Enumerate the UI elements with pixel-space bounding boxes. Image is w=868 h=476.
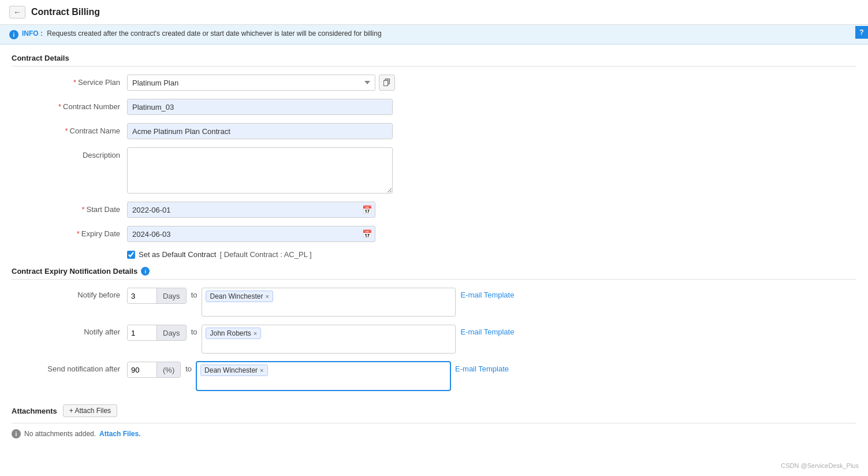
attachments-title: Attachments [12, 407, 57, 415]
notify-before-unit: Days [157, 288, 186, 303]
contract-name-row: *Contract Name [12, 123, 856, 139]
default-contract-value: [ Default Contract : AC_PL ] [219, 250, 311, 259]
required-star: * [58, 102, 61, 111]
contract-number-label: *Contract Number [12, 99, 127, 111]
expiry-date-wrap: 📅 [127, 226, 375, 242]
info-icon: i [9, 30, 18, 39]
description-row: Description [12, 147, 856, 194]
notify-before-tag-1-close[interactable]: × [266, 293, 269, 300]
notify-after-unit: Days [157, 325, 186, 340]
default-contract-label[interactable]: Set as Default Contract [139, 250, 216, 259]
expiry-notification-title: Contract Expiry Notification Details i [12, 267, 856, 280]
main-content: Contract Details *Service Plan Platinum … [0, 44, 868, 453]
notify-before-tag-1-name: Dean Winchester [210, 292, 263, 300]
help-button[interactable]: ? [855, 26, 868, 39]
notify-after-recipients[interactable]: John Roberts × [202, 325, 456, 354]
notify-after-label: Notify after [12, 325, 127, 336]
required-star: * [77, 229, 80, 238]
attachments-section: Attachments + Attach Files i No attachme… [12, 399, 856, 444]
notify-before-tag-1: Dean Winchester × [206, 291, 273, 302]
notify-after-tag-1-close[interactable]: × [254, 330, 257, 337]
service-plan-control: Platinum Plan Gold Plan Silver Plan 🗍 [127, 75, 856, 91]
send-notification-after-number-input[interactable] [128, 362, 157, 377]
service-plan-label: *Service Plan [12, 75, 127, 87]
service-plan-row: *Service Plan Platinum Plan Gold Plan Si… [12, 75, 856, 91]
default-contract-checkbox[interactable] [127, 251, 135, 259]
send-notification-after-row: Send notification after (%) to Dean Winc… [12, 362, 856, 391]
notify-after-controls: Days to John Roberts × E-mail Template [127, 325, 856, 354]
notify-after-row: Notify after Days to John Roberts × E-ma… [12, 325, 856, 354]
service-plan-select-wrap: Platinum Plan Gold Plan Silver Plan 🗍 [127, 75, 395, 91]
page-header: ← Contract Billing [0, 0, 868, 25]
info-label: INFO : [22, 29, 43, 38]
start-date-input[interactable] [127, 202, 375, 218]
service-plan-copy-icon[interactable]: 🗍 [379, 75, 395, 91]
description-control [127, 147, 856, 194]
start-date-wrap: 📅 [127, 202, 375, 218]
expiry-date-label: *Expiry Date [12, 226, 127, 238]
notify-after-tag-1-name: John Roberts [210, 329, 251, 337]
required-star: * [81, 205, 84, 214]
contract-number-input[interactable] [127, 99, 393, 115]
notify-before-controls: Days to Dean Winchester × E-mail Templat… [127, 288, 856, 317]
no-attachments-info-icon: i [12, 429, 21, 438]
start-date-control: 📅 [127, 202, 856, 218]
notify-before-label: Notify before [12, 288, 127, 299]
send-notification-after-tag-1-name: Dean Winchester [204, 366, 258, 374]
attach-files-link[interactable]: Attach Files. [99, 430, 140, 438]
send-notification-after-unit: (%) [157, 362, 180, 377]
info-bar: i INFO : Requests created after the cont… [0, 25, 868, 44]
expiry-notification-info-icon: i [141, 267, 150, 276]
contract-number-control [127, 99, 856, 115]
back-button[interactable]: ← [9, 6, 25, 18]
notify-before-recipients[interactable]: Dean Winchester × [202, 288, 456, 317]
notify-after-tag-1: John Roberts × [206, 328, 261, 339]
required-star: * [65, 127, 68, 135]
send-notification-after-tag-1-close[interactable]: × [260, 367, 263, 374]
service-plan-select[interactable]: Platinum Plan Gold Plan Silver Plan [127, 75, 375, 91]
info-message: Requests created after the contract's cr… [47, 29, 381, 38]
page-title: Contract Billing [31, 7, 100, 17]
notify-after-input-wrap: Days [127, 325, 187, 341]
notify-before-email-template-link[interactable]: E-mail Template [460, 288, 514, 299]
notify-after-to-label: to [191, 325, 198, 336]
start-date-calendar-icon[interactable]: 📅 [362, 205, 372, 214]
no-attachments-text: No attachments added. [24, 430, 96, 438]
expiry-date-input[interactable] [127, 226, 375, 242]
notify-after-number-input[interactable] [128, 325, 157, 340]
start-date-row: *Start Date 📅 [12, 202, 856, 218]
send-notification-after-email-template-link[interactable]: E-mail Template [455, 362, 509, 373]
expiry-date-calendar-icon[interactable]: 📅 [362, 229, 372, 239]
send-notification-after-controls: (%) to Dean Winchester × E-mail Template [127, 362, 856, 391]
notify-after-email-template-link[interactable]: E-mail Template [460, 325, 514, 336]
send-notification-after-label: Send notification after [12, 362, 127, 373]
notify-before-input-wrap: Days [127, 288, 187, 304]
contract-details-title: Contract Details [12, 54, 856, 66]
attachments-header: Attachments + Attach Files [12, 404, 856, 417]
expiry-date-row: *Expiry Date 📅 [12, 226, 856, 242]
required-star: * [73, 78, 76, 87]
contract-name-label: *Contract Name [12, 123, 127, 135]
expiry-date-control: 📅 [127, 226, 856, 242]
send-notification-after-to-label: to [185, 362, 192, 373]
notify-before-row: Notify before Days to Dean Winchester × … [12, 288, 856, 317]
contract-number-row: *Contract Number [12, 99, 856, 115]
send-notification-after-recipients[interactable]: Dean Winchester × [196, 362, 450, 391]
no-attachments-bar: i No attachments added. Attach Files. [12, 423, 856, 444]
description-textarea[interactable] [127, 147, 393, 194]
description-label: Description [12, 147, 127, 159]
start-date-label: *Start Date [12, 202, 127, 214]
send-notification-after-input-wrap: (%) [127, 362, 181, 378]
contract-name-input[interactable] [127, 123, 393, 139]
notify-before-to-label: to [191, 288, 198, 299]
send-notification-after-tag-1: Dean Winchester × [200, 365, 267, 376]
contract-name-control [127, 123, 856, 139]
notify-before-number-input[interactable] [128, 288, 157, 303]
default-contract-row: Set as Default Contract [ Default Contra… [127, 250, 856, 259]
attach-files-button[interactable]: + Attach Files [63, 404, 117, 417]
